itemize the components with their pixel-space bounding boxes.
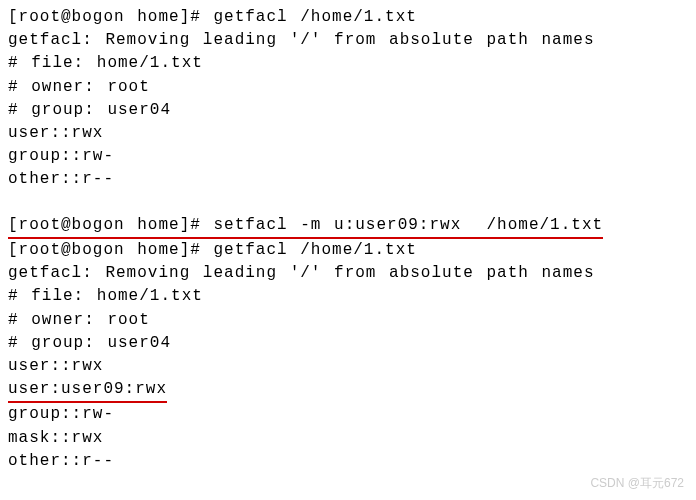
acl-other-perm-1: other::r--: [8, 168, 688, 191]
setfacl-command-text: [root@bogon home]# setfacl -m u:user09:r…: [8, 214, 603, 239]
blank-line: [8, 192, 688, 214]
acl-group-2: # group: user04: [8, 332, 688, 355]
prompt-line-getfacl-2: [root@bogon home]# getfacl /home/1.txt: [8, 239, 688, 262]
setfacl-command-line: [root@bogon home]# setfacl -m u:user09:r…: [8, 214, 688, 239]
acl-user09-perm: user:user09:rwx: [8, 378, 167, 403]
acl-file-1: # file: home/1.txt: [8, 52, 688, 75]
getfacl-warning-1: getfacl: Removing leading '/' from absol…: [8, 29, 688, 52]
acl-other-perm-2: other::r--: [8, 450, 688, 473]
acl-user-perm-1: user::rwx: [8, 122, 688, 145]
watermark: CSDN @耳元672: [590, 475, 684, 492]
prompt-line-getfacl-1: [root@bogon home]# getfacl /home/1.txt: [8, 6, 688, 29]
acl-group-perm-1: group::rw-: [8, 145, 688, 168]
acl-group-perm-2: group::rw-: [8, 403, 688, 426]
acl-group-1: # group: user04: [8, 99, 688, 122]
getfacl-warning-2: getfacl: Removing leading '/' from absol…: [8, 262, 688, 285]
acl-owner-2: # owner: root: [8, 309, 688, 332]
acl-user-perm-2: user::rwx: [8, 355, 688, 378]
acl-owner-1: # owner: root: [8, 76, 688, 99]
acl-user09-line: user:user09:rwx: [8, 378, 688, 403]
acl-mask-perm: mask::rwx: [8, 427, 688, 450]
acl-file-2: # file: home/1.txt: [8, 285, 688, 308]
